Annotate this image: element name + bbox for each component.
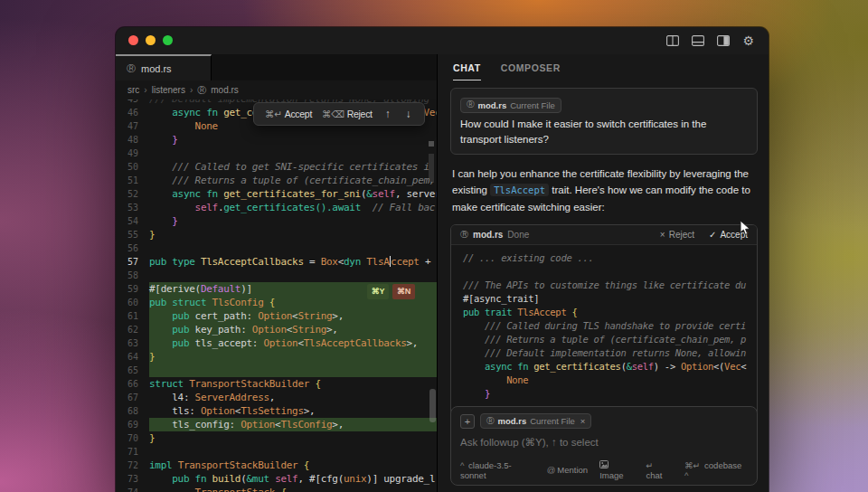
context-file-name: mod.rs <box>478 100 507 110</box>
inline-diff-widget: ⌘↵Accept ⌘⌫Reject ↑ ↓ <box>253 102 425 126</box>
prev-diff-arrow-icon[interactable]: ↑ <box>382 108 393 121</box>
maximize-window-button[interactable] <box>163 35 173 45</box>
user-message-card: Ⓡ mod.rs Current File How could I make i… <box>450 88 758 155</box>
chat-panel: CHAT COMPOSER Ⓡ mod.rs Current File How … <box>438 54 769 492</box>
reject-code-button[interactable]: ×Reject <box>660 230 694 240</box>
tab-mod-rs[interactable]: Ⓡ mod.rs <box>116 54 212 80</box>
code-line: 56 <box>116 241 437 255</box>
assistant-message-text: I can help you enhance the certificate f… <box>452 166 756 216</box>
code-line: 69 tls_config: Option<TlsConfig>, <box>116 418 437 431</box>
send-chat-button[interactable]: ↵ chat <box>646 460 673 480</box>
toggle-panel-bottom-icon[interactable] <box>692 35 704 46</box>
tab-chat[interactable]: CHAT <box>453 62 481 80</box>
image-button[interactable]: Image <box>599 459 634 480</box>
line-number: 69 <box>116 418 149 431</box>
chat-input-box[interactable]: + Ⓡ mod.rs Current File × Ask followup (… <box>450 406 758 486</box>
line-number: 67 <box>116 391 149 404</box>
code-line: 70} <box>116 431 437 445</box>
line-number: 47 <box>116 119 149 133</box>
add-context-button[interactable]: + <box>460 414 475 429</box>
context-file-pill[interactable]: Ⓡ mod.rs Current File <box>460 98 561 113</box>
line-number: 63 <box>116 336 149 350</box>
remove-context-icon[interactable]: × <box>580 416 586 426</box>
code-line: /// The APIs to customize things like ce… <box>463 279 757 292</box>
code-line: 65 <box>116 364 437 377</box>
accept-code-button[interactable]: ✓Accept <box>709 230 748 240</box>
line-number: 61 <box>116 309 149 323</box>
code-card-status: Done <box>507 230 529 240</box>
rust-file-icon: Ⓡ <box>460 229 468 241</box>
split-editor-icon[interactable] <box>666 35 679 46</box>
code-line: 51 /// Returns a tuple of (certificate_c… <box>116 174 437 187</box>
breadcrumb-item-listeners[interactable]: listeners <box>152 85 185 95</box>
breadcrumb-item-src[interactable]: src <box>127 85 139 95</box>
reject-diff-button[interactable]: ⌘⌫Reject <box>322 108 373 121</box>
image-icon <box>599 460 609 470</box>
code-line: /// Called during TLS handshake to provi… <box>463 319 757 333</box>
line-number: 46 <box>116 106 149 119</box>
code-line: 49 <box>116 147 437 160</box>
line-number: 64 <box>116 350 149 364</box>
model-selector[interactable]: ^ claude-3.5-sonnet <box>460 460 535 480</box>
code-line: 58 <box>116 269 437 282</box>
accept-hunk-badge[interactable]: ⌘Y <box>367 284 389 299</box>
line-number: 65 <box>116 364 149 377</box>
line-number: 55 <box>116 228 149 241</box>
input-context-file: mod.rs <box>498 416 527 426</box>
line-number: 56 <box>116 241 149 255</box>
code-line: pub trait TlsAccept { <box>463 306 757 319</box>
code-card-body: // ... existing code .../// The APIs to … <box>451 245 757 430</box>
code-editor[interactable]: 45/// Default implementation returns Non… <box>116 99 437 492</box>
line-number: 51 <box>116 174 149 187</box>
code-line: #[async_trait] <box>463 292 757 306</box>
minimize-window-button[interactable] <box>146 35 156 45</box>
code-line: // ... existing code ... <box>463 251 757 265</box>
input-context-tag: Current File <box>530 416 575 426</box>
code-line: 50 /// Called to get SNI-specific certif… <box>116 160 437 174</box>
next-diff-arrow-icon[interactable]: ↓ <box>402 108 413 121</box>
mention-button[interactable]: @Mention <box>547 465 588 475</box>
settings-gear-icon[interactable]: ⚙ <box>742 34 754 47</box>
rust-file-icon: Ⓡ <box>197 84 206 97</box>
code-line: /// Default implementation returns None,… <box>463 346 757 360</box>
rust-file-icon: Ⓡ <box>127 62 136 75</box>
line-number: 58 <box>116 269 149 282</box>
context-file-tag: Current File <box>510 100 555 110</box>
suggested-code-card: Ⓡ mod.rs Done ×Reject ✓Accept // ... exi… <box>450 224 758 431</box>
input-context-pill[interactable]: Ⓡ mod.rs Current File × <box>480 413 591 429</box>
editor-scrollbar[interactable] <box>429 389 436 422</box>
toggle-panel-right-icon[interactable] <box>717 35 730 46</box>
breadcrumb: src › listeners › Ⓡ mod.rs <box>116 80 437 99</box>
code-line: 73 pub fn build(&mut self, #[cfg(unix)] … <box>116 472 437 486</box>
editor-tab-bar: Ⓡ mod.rs <box>116 54 437 80</box>
chevron-up-icon: ^ <box>460 460 464 470</box>
traffic-lights <box>128 35 173 45</box>
line-number: 66 <box>116 377 149 391</box>
close-window-button[interactable] <box>128 35 138 45</box>
tab-label: mod.rs <box>141 63 172 74</box>
accept-diff-button[interactable]: ⌘↵Accept <box>265 108 312 121</box>
code-line: 61 pub cert_path: Option<String>, <box>116 309 437 323</box>
line-number: 45 <box>116 99 149 106</box>
chevron-up-icon: ^ <box>684 470 688 480</box>
code-line: 68 tls: Option<TlsSettings>, <box>116 404 437 418</box>
code-line: 62 pub key_path: Option<String>, <box>116 323 437 336</box>
breadcrumb-separator: › <box>190 85 193 95</box>
code-line: 66struct TransportStackBuilder { <box>116 377 437 391</box>
line-number: 68 <box>116 404 149 418</box>
code-card-file-name: mod.rs <box>473 230 503 240</box>
rust-file-icon: Ⓡ <box>486 416 495 427</box>
tab-composer[interactable]: COMPOSER <box>501 62 561 81</box>
send-codebase-button[interactable]: ⌘↵ codebase ^ <box>684 460 748 480</box>
reject-hunk-badge[interactable]: ⌘N <box>392 284 415 299</box>
breadcrumb-item-file[interactable]: mod.rs <box>211 85 239 95</box>
line-number: 52 <box>116 187 149 201</box>
line-number: 73 <box>116 472 149 486</box>
line-number: 48 <box>116 133 149 147</box>
code-line: 48 } <box>116 133 437 147</box>
line-number: 62 <box>116 323 149 336</box>
code-line: 55} <box>116 228 437 241</box>
code-line <box>463 265 757 279</box>
line-number: 59 <box>116 282 149 296</box>
chat-input-placeholder[interactable]: Ask followup (⌘Y), ↑ to select <box>460 436 748 449</box>
